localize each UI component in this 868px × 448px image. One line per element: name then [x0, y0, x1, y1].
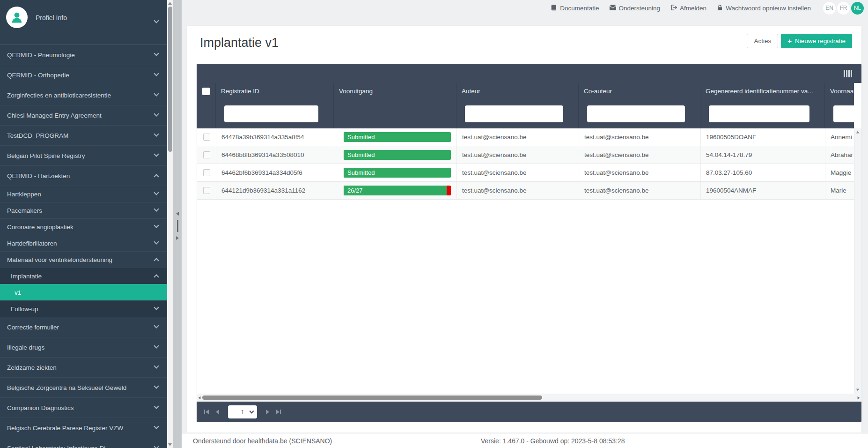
filter-input-co-auteur[interactable]: [587, 105, 685, 122]
horizontal-scrollbar-thumb[interactable]: [202, 396, 542, 400]
page-select[interactable]: 1: [228, 405, 257, 418]
new-registration-button[interactable]: + Nieuwe registratie: [781, 34, 852, 48]
grid-filter-row: [197, 99, 854, 128]
sidebar-item-belgische-zorgcentra-na-seksueel-geweld[interactable]: Belgische Zorgcentra na Seksueel Geweld: [0, 377, 167, 397]
first-page-button[interactable]: [204, 410, 209, 414]
cell-auteur: test.uat@sciensano.be: [457, 146, 579, 164]
table-row[interactable]: 64478a39b369314a335a8f54Submittedtest.ua…: [197, 128, 854, 146]
column-header-voornaam[interactable]: Voornaam: [825, 83, 854, 99]
row-checkbox[interactable]: [203, 169, 210, 176]
actions-button[interactable]: Acties: [747, 34, 778, 48]
sidebar-item-illegale-drugs[interactable]: Illegale drugs: [0, 337, 167, 357]
sidebar-item-companion-diagnostics[interactable]: Companion Diagnostics: [0, 397, 167, 418]
row-checkbox[interactable]: [203, 187, 210, 194]
filter-input-auteur[interactable]: [465, 105, 563, 122]
lang-button-nl[interactable]: NL: [851, 2, 864, 15]
nav-link-afmelden[interactable]: Afmelden: [670, 4, 706, 12]
grid-header-row: Registratie IDVooruitgangAuteurCo-auteur…: [197, 83, 854, 99]
table-row[interactable]: 644121d9b369314a331a116226/27test.uat@sc…: [197, 182, 854, 200]
language-switcher: ENFRNL: [823, 2, 864, 15]
row-checkbox[interactable]: [203, 151, 210, 158]
scroll-down-icon[interactable]: [856, 388, 860, 391]
chevron-down-icon: [154, 18, 159, 23]
table-row[interactable]: 64462bf6b369314a334d05f6Submittedtest.ua…: [197, 164, 854, 182]
lang-button-fr[interactable]: FR: [837, 2, 850, 15]
sidebar-item-v1[interactable]: v1: [0, 284, 167, 300]
column-header-vooruitgang[interactable]: Vooruitgang: [334, 83, 456, 99]
row-checkbox[interactable]: [203, 134, 210, 141]
last-page-button[interactable]: [276, 410, 281, 414]
collapse-left-icon[interactable]: [176, 212, 179, 216]
splitter-handle[interactable]: [177, 220, 178, 232]
table-row[interactable]: 64468b8fb369314a33508010Submittedtest.ua…: [197, 146, 854, 164]
sidebar-item-qermid-pneumologie[interactable]: QERMID - Pneumologie: [0, 45, 167, 65]
chevron-down-icon: [154, 223, 159, 228]
sidebar-item-pacemakers[interactable]: Pacemakers: [0, 202, 167, 218]
sidebar-item-coronaire-angioplastiek[interactable]: Coronaire angioplastiek: [0, 218, 167, 235]
lang-button-en[interactable]: EN: [823, 2, 836, 15]
next-page-button[interactable]: [266, 410, 269, 414]
column-chooser-icon[interactable]: [844, 70, 852, 77]
sidebar-scrollbar[interactable]: [167, 0, 173, 448]
scroll-down-icon[interactable]: [168, 443, 172, 446]
filter-input-gegenereerd-identificatienummer-va[interactable]: [709, 105, 809, 122]
sidebar-item-belgian-pilot-spine-registry[interactable]: Belgian Pilot Spine Registry: [0, 145, 167, 165]
sidebar-item-materiaal-voor-ventrikelondersteuning[interactable]: Materiaal voor ventrikelondersteuning: [0, 251, 167, 268]
sidebar-scrollbar-thumb[interactable]: [168, 7, 172, 152]
sidebar-item-sentinel-laboratoria-infectieuze-di[interactable]: Sentinel Laboratoria: Infectieuze Di: [0, 438, 167, 448]
select-all-checkbox[interactable]: [202, 88, 210, 95]
sidebar-item-follow-up[interactable]: Follow-up: [0, 300, 167, 317]
sidebar-item-chiesi-managed-entry-agreement[interactable]: Chiesi Managed Entry Agreement: [0, 105, 167, 125]
column-header-co-auteur[interactable]: Co-auteur: [579, 83, 700, 99]
chevron-down-icon: [154, 190, 159, 195]
scroll-right-icon[interactable]: [858, 396, 860, 399]
profile-section[interactable]: Profiel Info: [0, 0, 167, 45]
cell-vooruitgang: 26/27: [334, 182, 457, 199]
sidebar-item-zeldzame-ziekten[interactable]: Zeldzame ziekten: [0, 357, 167, 377]
sidebar-item-belgisch-cerebrale-parese-register-vzw[interactable]: Belgisch Cerebrale Parese Register VZW: [0, 418, 167, 438]
nav-link-documentatie[interactable]: Documentatie: [551, 4, 599, 12]
cell-registratie-id: 64468b8fb369314a33508010: [216, 146, 334, 164]
sidebar-item-hartkleppen[interactable]: Hartkleppen: [0, 186, 167, 202]
chevron-down-icon: [154, 444, 159, 448]
column-header-gegenereerd-identificatienummer-va[interactable]: Gegenereerd identificatienummer va...: [700, 83, 825, 99]
sidebar-item-hartdefibrillatoren[interactable]: Hartdefibrillatoren: [0, 235, 167, 251]
sidebar-nav: QERMID - PneumologieQERMID - OrthopedieZ…: [0, 45, 167, 448]
grid-horizontal-scrollbar[interactable]: [197, 394, 861, 402]
column-header-registratie-id[interactable]: Registratie ID: [216, 83, 334, 99]
previous-page-button[interactable]: [216, 410, 219, 414]
filter-input-registratie-id[interactable]: [224, 105, 318, 122]
chevron-down-icon: [154, 151, 159, 157]
scroll-up-icon[interactable]: [168, 2, 172, 5]
scroll-up-icon[interactable]: [856, 131, 860, 133]
grid-vertical-scrollbar[interactable]: [854, 128, 861, 394]
nav-link-ondersteuning[interactable]: Ondersteuning: [610, 4, 661, 12]
sidebar-item-correctie-formulier[interactable]: Correctie formulier: [0, 317, 167, 337]
sidebar-item-qermid-orthopedie[interactable]: QERMID - Orthopedie: [0, 65, 167, 85]
cell-co-auteur: test.uat@sciensano.be: [579, 128, 701, 146]
cell-gegenereerd-id: 87.03.27-105.60: [701, 164, 825, 181]
avatar: [6, 7, 28, 28]
main-area: DocumentatieOndersteuningAfmeldenWachtwo…: [182, 0, 868, 448]
chevron-down-icon: [154, 383, 159, 388]
panel-splitter[interactable]: [173, 0, 182, 448]
nav-link-wachtwoord-opnieuw-instellen[interactable]: Wachtwoord opnieuw instellen: [717, 4, 811, 12]
chevron-down-icon: [154, 206, 159, 211]
sidebar-item-zorginfecties-en-antibioticaresistentie[interactable]: Zorginfecties en antibioticaresistentie: [0, 85, 167, 105]
data-grid: Registratie IDVooruitgangAuteurCo-auteur…: [197, 64, 861, 422]
chevron-down-icon: [154, 111, 159, 116]
sidebar-item-implantatie[interactable]: Implantatie: [0, 268, 167, 284]
progress-bar: 26/27: [344, 186, 451, 195]
expand-right-icon[interactable]: [176, 236, 179, 240]
filter-input-voornaam[interactable]: [833, 105, 854, 122]
footer-version: Versie: 1.467.0 - Gebouwd op: 2023-5-8 0…: [481, 437, 625, 445]
sidebar-item-testdcd-program[interactable]: TestDCD_PROGRAM: [0, 125, 167, 145]
cell-voornaam: Maggie: [825, 164, 854, 181]
scroll-left-icon[interactable]: [199, 396, 201, 399]
cell-voornaam: Marie: [825, 182, 854, 199]
sidebar-item-qermid-hartziekten[interactable]: QERMID - Hartziekten: [0, 165, 167, 186]
chevron-down-icon: [154, 239, 159, 244]
cell-co-auteur: test.uat@sciensano.be: [579, 182, 701, 199]
cell-gegenereerd-id: 19600505DOANF: [701, 128, 825, 146]
column-header-auteur[interactable]: Auteur: [456, 83, 579, 99]
